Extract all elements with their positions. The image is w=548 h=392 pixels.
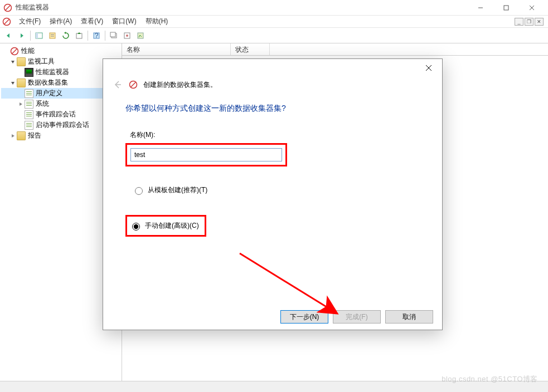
tree-label: 性能 <box>21 46 35 56</box>
cancel-button[interactable]: 取消 <box>385 310 433 324</box>
maximize-button[interactable] <box>493 0 519 16</box>
svg-text:?: ? <box>95 32 99 40</box>
menubar-app-icon <box>2 17 11 26</box>
tree-label: 性能监视器 <box>36 67 69 77</box>
close-button[interactable] <box>519 0 545 16</box>
svg-line-7 <box>4 19 9 24</box>
radio-template-row[interactable]: 从模板创建(推荐)(T) <box>132 183 420 197</box>
mdi-minimize-button[interactable]: _ <box>515 18 523 26</box>
toolbar-separator <box>105 31 105 41</box>
tree-label: 系统 <box>36 99 49 109</box>
document-icon <box>25 110 33 119</box>
tree-label: 监视工具 <box>28 57 55 66</box>
menubar: 文件(F) 操作(A) 查看(V) 窗口(W) 帮助(H) _ ❐ ✕ <box>0 16 548 28</box>
radio-manual[interactable] <box>132 223 140 231</box>
document-icon <box>25 121 33 130</box>
back-button[interactable] <box>2 30 14 42</box>
tree-root-performance[interactable]: 性能 <box>1 46 120 56</box>
dialog-close-button[interactable] <box>418 60 440 76</box>
menu-help[interactable]: 帮助(H) <box>141 16 173 27</box>
menu-action[interactable]: 操作(A) <box>45 16 76 27</box>
svg-line-1 <box>6 6 10 10</box>
minimize-button[interactable] <box>468 0 493 16</box>
toolbar-separator <box>30 31 31 41</box>
toolbar-separator <box>88 31 88 41</box>
svg-point-19 <box>126 35 128 37</box>
export-button[interactable] <box>73 30 85 42</box>
back-arrow-icon[interactable] <box>112 79 123 90</box>
document-icon <box>25 100 33 109</box>
svg-rect-3 <box>504 6 508 10</box>
monitor-icon <box>25 68 33 77</box>
tree-label: 用户定义 <box>36 89 62 98</box>
name-label: 名称(M): <box>130 130 420 140</box>
highlight-box-manual: 手动创建(高级)(C) <box>125 215 206 237</box>
tree-label: 事件跟踪会话 <box>36 110 76 119</box>
radio-manual-row[interactable]: 手动创建(高级)(C) <box>129 219 199 233</box>
window-titlebar: 性能监视器 <box>0 0 548 16</box>
svg-line-24 <box>12 49 17 53</box>
finish-button: 完成(F) <box>333 310 381 324</box>
properties-button[interactable] <box>46 30 59 42</box>
chevron-right-icon[interactable] <box>9 132 17 140</box>
toolbar: ? <box>0 28 548 43</box>
properties2-button[interactable] <box>121 30 133 42</box>
tree-spacer <box>17 90 25 97</box>
document-icon <box>25 89 33 98</box>
dialog-title: 创建新的数据收集器集。 <box>143 80 217 90</box>
menu-window[interactable]: 窗口(W) <box>108 16 140 27</box>
dialog-titlebar <box>103 59 442 77</box>
chevron-right-icon[interactable] <box>17 100 25 108</box>
menu-view[interactable]: 查看(V) <box>76 16 108 27</box>
column-name[interactable]: 名称 <box>122 43 231 55</box>
mdi-close-button[interactable]: ✕ <box>535 18 544 26</box>
tree-spacer <box>17 111 25 119</box>
forward-button[interactable] <box>16 30 28 42</box>
show-hide-tree-button[interactable] <box>33 30 45 42</box>
mdi-controls: _ ❐ ✕ <box>515 18 546 26</box>
name-input[interactable] <box>130 148 282 161</box>
svg-rect-9 <box>36 33 38 38</box>
watermark: blog.csdn.net @51CTO博客 <box>442 374 538 384</box>
dialog-heading: 你希望以何种方式创建这一新的数据收集器集? <box>125 104 420 114</box>
tree-label: 报告 <box>28 131 41 140</box>
svg-rect-10 <box>50 33 55 38</box>
column-status[interactable]: 状态 <box>231 43 270 55</box>
dialog-body: 你希望以何种方式创建这一新的数据收集器集? 名称(M): 从模板创建(推荐)(T… <box>103 99 442 304</box>
next-button[interactable]: 下一步(N) <box>280 310 328 324</box>
new-window-button[interactable] <box>108 30 120 42</box>
radio-template[interactable] <box>135 187 143 195</box>
window-controls <box>468 0 545 16</box>
mdi-restore-button[interactable]: ❐ <box>525 18 534 26</box>
tree-label: 数据收集器集 <box>28 78 68 87</box>
chevron-down-icon[interactable] <box>9 58 17 66</box>
radio-manual-label: 手动创建(高级)(C) <box>145 221 199 231</box>
counter-button[interactable] <box>134 30 147 42</box>
tree-spacer <box>17 68 25 76</box>
wizard-dialog: 创建新的数据收集器集。 你希望以何种方式创建这一新的数据收集器集? 名称(M):… <box>103 58 443 330</box>
menu-file[interactable]: 文件(F) <box>14 16 45 27</box>
svg-rect-17 <box>110 32 115 37</box>
performance-icon <box>10 47 19 56</box>
tree-spacer <box>17 121 25 129</box>
svg-line-29 <box>131 82 135 87</box>
tree-label: 启动事件跟踪会话 <box>36 120 89 130</box>
folder-icon <box>17 57 26 66</box>
highlight-box-name <box>125 143 287 166</box>
list-header: 名称 状态 <box>122 43 548 56</box>
chevron-right-icon[interactable] <box>2 47 10 55</box>
app-icon <box>3 3 12 12</box>
radio-template-label: 从模板创建(推荐)(T) <box>148 185 207 195</box>
folder-icon <box>17 131 26 140</box>
refresh-button[interactable] <box>60 30 72 42</box>
dialog-footer: 下一步(N) 完成(F) 取消 <box>103 304 442 330</box>
help-button[interactable]: ? <box>90 30 103 42</box>
window-title: 性能监视器 <box>16 3 468 12</box>
dialog-icon <box>129 80 138 89</box>
svg-rect-13 <box>76 33 82 38</box>
folder-icon <box>17 79 26 87</box>
chevron-down-icon[interactable] <box>9 79 17 87</box>
dialog-header: 创建新的数据收集器集。 <box>103 77 442 99</box>
